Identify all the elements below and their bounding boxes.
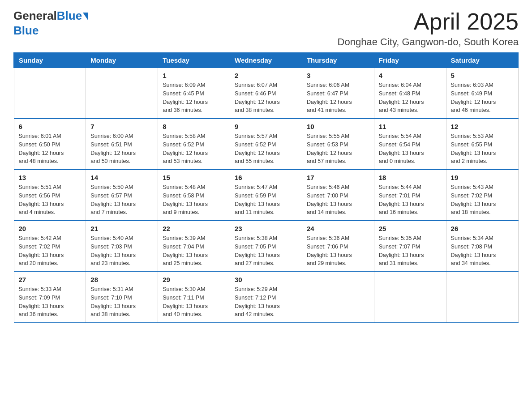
day-info: Sunrise: 6:03 AMSunset: 6:49 PMDaylight:…	[451, 81, 514, 115]
calendar-cell: 23Sunrise: 5:38 AMSunset: 7:05 PMDayligh…	[230, 221, 302, 272]
location-subtitle: Donghae City, Gangwon-do, South Korea	[338, 36, 519, 48]
calendar-cell: 15Sunrise: 5:48 AMSunset: 6:58 PMDayligh…	[158, 170, 230, 221]
day-info: Sunrise: 6:01 AMSunset: 6:50 PMDaylight:…	[19, 132, 82, 166]
day-info: Sunrise: 5:48 AMSunset: 6:58 PMDaylight:…	[163, 183, 225, 217]
calendar-week-row: 20Sunrise: 5:42 AMSunset: 7:02 PMDayligh…	[14, 221, 518, 272]
day-number: 8	[163, 123, 225, 130]
day-info: Sunrise: 5:33 AMSunset: 7:09 PMDaylight:…	[19, 285, 82, 319]
weekday-header-monday: Monday	[86, 53, 158, 68]
weekday-header-saturday: Saturday	[446, 53, 518, 68]
day-number: 22	[163, 225, 225, 232]
calendar-cell: 3Sunrise: 6:06 AMSunset: 6:47 PMDaylight…	[302, 68, 374, 119]
day-number: 17	[307, 174, 369, 181]
weekday-header-tuesday: Tuesday	[158, 53, 230, 68]
calendar-cell: 8Sunrise: 5:58 AMSunset: 6:52 PMDaylight…	[158, 119, 230, 170]
calendar-cell: 24Sunrise: 5:36 AMSunset: 7:06 PMDayligh…	[302, 221, 374, 272]
calendar-cell: 25Sunrise: 5:35 AMSunset: 7:07 PMDayligh…	[374, 221, 446, 272]
calendar-cell	[374, 272, 446, 323]
day-number: 25	[379, 225, 442, 232]
calendar-cell: 22Sunrise: 5:39 AMSunset: 7:04 PMDayligh…	[158, 221, 230, 272]
calendar-cell: 9Sunrise: 5:57 AMSunset: 6:52 PMDaylight…	[230, 119, 302, 170]
calendar-cell: 29Sunrise: 5:30 AMSunset: 7:11 PMDayligh…	[158, 272, 230, 323]
day-info: Sunrise: 6:00 AMSunset: 6:51 PMDaylight:…	[90, 132, 153, 166]
day-number: 6	[19, 123, 82, 130]
day-number: 3	[307, 72, 369, 79]
calendar-cell: 5Sunrise: 6:03 AMSunset: 6:49 PMDaylight…	[446, 68, 518, 119]
day-info: Sunrise: 6:07 AMSunset: 6:46 PMDaylight:…	[235, 81, 297, 115]
logo-triangle-icon	[83, 13, 88, 21]
calendar-cell: 30Sunrise: 5:29 AMSunset: 7:12 PMDayligh…	[230, 272, 302, 323]
day-info: Sunrise: 6:06 AMSunset: 6:47 PMDaylight:…	[307, 81, 369, 115]
day-info: Sunrise: 5:46 AMSunset: 7:00 PMDaylight:…	[307, 183, 369, 217]
weekday-header-row: SundayMondayTuesdayWednesdayThursdayFrid…	[14, 53, 518, 68]
calendar-cell: 17Sunrise: 5:46 AMSunset: 7:00 PMDayligh…	[302, 170, 374, 221]
calendar-cell: 6Sunrise: 6:01 AMSunset: 6:50 PMDaylight…	[14, 119, 86, 170]
day-number: 28	[90, 276, 153, 283]
calendar-cell: 28Sunrise: 5:31 AMSunset: 7:10 PMDayligh…	[86, 272, 158, 323]
weekday-header-sunday: Sunday	[14, 53, 86, 68]
calendar-cell	[302, 272, 374, 323]
day-number: 27	[19, 276, 82, 283]
day-number: 14	[90, 174, 153, 181]
day-number: 16	[235, 174, 297, 181]
calendar-week-row: 27Sunrise: 5:33 AMSunset: 7:09 PMDayligh…	[14, 272, 518, 323]
day-number: 29	[163, 276, 225, 283]
calendar-cell: 18Sunrise: 5:44 AMSunset: 7:01 PMDayligh…	[374, 170, 446, 221]
calendar-cell: 16Sunrise: 5:47 AMSunset: 6:59 PMDayligh…	[230, 170, 302, 221]
calendar-table: SundayMondayTuesdayWednesdayThursdayFrid…	[13, 52, 519, 323]
day-number: 5	[451, 72, 514, 79]
calendar-cell	[446, 272, 518, 323]
day-info: Sunrise: 5:53 AMSunset: 6:55 PMDaylight:…	[451, 132, 514, 166]
day-number: 30	[235, 276, 297, 283]
calendar-week-row: 6Sunrise: 6:01 AMSunset: 6:50 PMDaylight…	[14, 119, 518, 170]
day-number: 24	[307, 225, 369, 232]
day-number: 18	[379, 174, 442, 181]
day-info: Sunrise: 5:51 AMSunset: 6:56 PMDaylight:…	[19, 183, 82, 217]
logo-blue-text: Blue	[57, 9, 82, 23]
day-info: Sunrise: 5:54 AMSunset: 6:54 PMDaylight:…	[379, 132, 442, 166]
calendar-cell: 4Sunrise: 6:04 AMSunset: 6:48 PMDaylight…	[374, 68, 446, 119]
day-info: Sunrise: 5:38 AMSunset: 7:05 PMDaylight:…	[235, 234, 297, 268]
weekday-header-wednesday: Wednesday	[230, 53, 302, 68]
day-info: Sunrise: 6:09 AMSunset: 6:45 PMDaylight:…	[163, 81, 225, 115]
day-number: 2	[235, 72, 297, 79]
month-title: April 2025	[338, 9, 519, 34]
day-info: Sunrise: 5:34 AMSunset: 7:08 PMDaylight:…	[451, 234, 514, 268]
day-number: 7	[90, 123, 153, 130]
calendar-cell: 27Sunrise: 5:33 AMSunset: 7:09 PMDayligh…	[14, 272, 86, 323]
day-info: Sunrise: 5:36 AMSunset: 7:06 PMDaylight:…	[307, 234, 369, 268]
day-info: Sunrise: 5:57 AMSunset: 6:52 PMDaylight:…	[235, 132, 297, 166]
day-number: 19	[451, 174, 514, 181]
calendar-cell: 14Sunrise: 5:50 AMSunset: 6:57 PMDayligh…	[86, 170, 158, 221]
calendar-week-row: 13Sunrise: 5:51 AMSunset: 6:56 PMDayligh…	[14, 170, 518, 221]
day-info: Sunrise: 5:50 AMSunset: 6:57 PMDaylight:…	[90, 183, 153, 217]
day-info: Sunrise: 5:35 AMSunset: 7:07 PMDaylight:…	[379, 234, 442, 268]
day-number: 20	[19, 225, 82, 232]
weekday-header-thursday: Thursday	[302, 53, 374, 68]
calendar-week-row: 1Sunrise: 6:09 AMSunset: 6:45 PMDaylight…	[14, 68, 518, 119]
day-info: Sunrise: 5:42 AMSunset: 7:02 PMDaylight:…	[19, 234, 82, 268]
weekday-header-friday: Friday	[374, 53, 446, 68]
title-section: April 2025 Donghae City, Gangwon-do, Sou…	[338, 9, 519, 48]
day-info: Sunrise: 5:47 AMSunset: 6:59 PMDaylight:…	[235, 183, 297, 217]
calendar-cell	[86, 68, 158, 119]
logo-bottom-text: Blue	[13, 24, 39, 37]
day-number: 26	[451, 225, 514, 232]
day-number: 11	[379, 123, 442, 130]
logo-general-text: General	[13, 9, 57, 23]
calendar-cell: 26Sunrise: 5:34 AMSunset: 7:08 PMDayligh…	[446, 221, 518, 272]
day-info: Sunrise: 5:43 AMSunset: 7:02 PMDaylight:…	[451, 183, 514, 217]
day-number: 9	[235, 123, 297, 130]
calendar-cell: 20Sunrise: 5:42 AMSunset: 7:02 PMDayligh…	[14, 221, 86, 272]
day-number: 23	[235, 225, 297, 232]
calendar-cell: 21Sunrise: 5:40 AMSunset: 7:03 PMDayligh…	[86, 221, 158, 272]
day-info: Sunrise: 5:39 AMSunset: 7:04 PMDaylight:…	[163, 234, 225, 268]
calendar-cell: 7Sunrise: 6:00 AMSunset: 6:51 PMDaylight…	[86, 119, 158, 170]
day-info: Sunrise: 6:04 AMSunset: 6:48 PMDaylight:…	[379, 81, 442, 115]
day-number: 21	[90, 225, 153, 232]
day-info: Sunrise: 5:31 AMSunset: 7:10 PMDaylight:…	[90, 285, 153, 319]
day-info: Sunrise: 5:40 AMSunset: 7:03 PMDaylight:…	[90, 234, 153, 268]
calendar-cell: 19Sunrise: 5:43 AMSunset: 7:02 PMDayligh…	[446, 170, 518, 221]
day-number: 13	[19, 174, 82, 181]
page-header: General Blue Blue April 2025 Donghae Cit…	[13, 9, 519, 48]
